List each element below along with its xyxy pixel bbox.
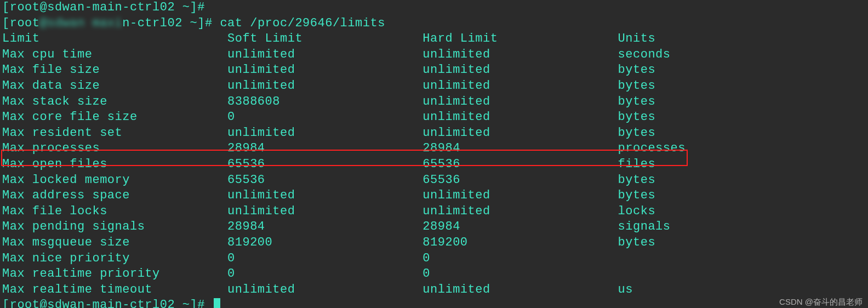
output-row: Max pending signals 28984 28984 signals	[2, 219, 866, 235]
command-text: cat /proc/29646/limits	[213, 16, 385, 30]
prompt-line-current: [root@sdwan-main-ctrl02 ~]#	[2, 298, 866, 308]
terminal-output[interactable]: [root@sdwan-main-ctrl02 ~]# [root@sdwan …	[0, 0, 868, 308]
output-row: Max data size unlimited unlimited bytes	[2, 78, 866, 94]
watermark-text: CSDN @奋斗的昌老师	[779, 296, 863, 307]
prompt-line-prev: [root@sdwan-main-ctrl02 ~]#	[2, 0, 866, 16]
cursor	[214, 298, 220, 308]
output-row: Max realtime priority 0 0	[2, 266, 866, 282]
output-row: Max address space unlimited unlimited by…	[2, 188, 866, 204]
output-row: Max core file size 0 unlimited bytes	[2, 110, 866, 126]
prompt-user: [root	[2, 16, 40, 30]
output-row: Max msgqueue size 819200 819200 bytes	[2, 235, 866, 251]
prompt-host: n-ctrl02 ~]#	[122, 16, 212, 30]
output-row: Max file size unlimited unlimited bytes	[2, 62, 866, 78]
output-row: Max realtime timeout unlimited unlimited…	[2, 282, 866, 298]
output-row: Max stack size 8388608 unlimited bytes	[2, 94, 866, 110]
output-row: Max resident set unlimited unlimited byt…	[2, 126, 866, 141]
output-row: Max nice priority 0 0	[2, 251, 866, 267]
prompt-text-last: [root@sdwan-main-ctrl02 ~]#	[2, 298, 205, 308]
prompt-blurred: @sdwan maxi	[40, 16, 123, 30]
output-row: Max open files 65536 65536 files	[2, 157, 866, 173]
output-row: Max cpu time unlimited unlimited seconds	[2, 47, 866, 63]
output-row: Max file locks unlimited unlimited locks	[2, 204, 866, 220]
output-row: Max locked memory 65536 65536 bytes	[2, 173, 866, 189]
header-row: Limit Soft Limit Hard Limit Units	[2, 31, 866, 47]
prompt-line-command: [root@sdwan maxin-ctrl02 ~]# cat /proc/2…	[2, 16, 866, 32]
output-row: Max processes 28984 28984 processes	[2, 141, 866, 157]
prompt-text: [root@sdwan-main-ctrl02 ~]#	[2, 1, 205, 14]
